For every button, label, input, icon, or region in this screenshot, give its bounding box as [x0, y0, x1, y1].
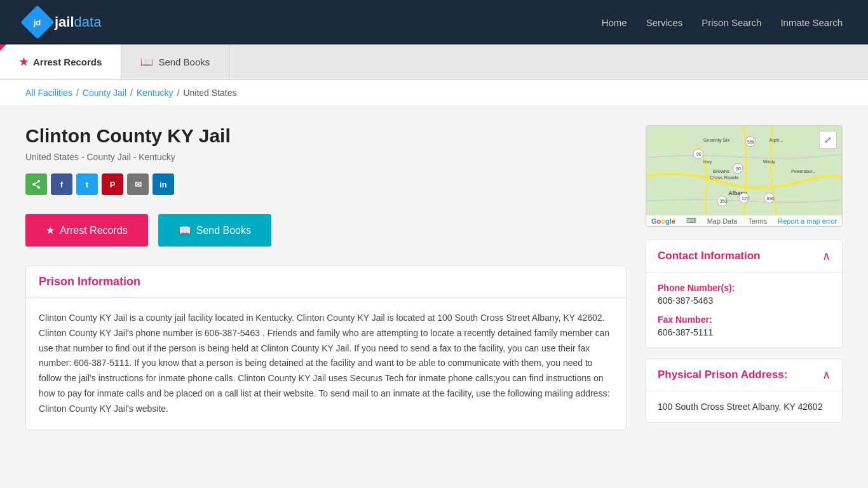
- left-content: Clinton County KY Jail United States - C…: [25, 125, 627, 430]
- breadcrumb-sep-3: /: [177, 88, 180, 98]
- address-card-header: Physical Prison Address: ∧: [646, 359, 842, 391]
- star-icon: ★: [19, 56, 28, 68]
- phone-value: 606-387-5463: [658, 295, 831, 306]
- contact-card-header: Contact Information ∧: [646, 240, 842, 273]
- nav-prison-search[interactable]: Prison Search: [702, 17, 761, 28]
- svg-text:696: 696: [767, 196, 775, 201]
- prison-info-header: Prison Information: [26, 266, 626, 298]
- contact-info-title: Contact Information: [658, 250, 761, 262]
- arrest-star-icon: ★: [46, 224, 55, 236]
- svg-line-4: [34, 185, 38, 187]
- arrest-records-button-label: Arrest Records: [60, 225, 128, 236]
- prison-info-body: Clinton County KY Jail is a county jail …: [26, 298, 626, 430]
- svg-text:127: 127: [742, 196, 749, 201]
- svg-text:350: 350: [719, 199, 727, 203]
- fax-value: 606-387-5111: [658, 327, 831, 337]
- breadcrumb-us: United States: [183, 88, 236, 98]
- page-title: Clinton County KY Jail: [25, 125, 627, 147]
- svg-line-3: [34, 182, 38, 184]
- address-title: Physical Prison Address:: [658, 369, 787, 381]
- send-books-button-label: Send Books: [196, 225, 251, 236]
- map-expand-button[interactable]: ⤢: [819, 131, 837, 149]
- svg-text:Hwy: Hwy: [703, 159, 712, 165]
- svg-text:Windy: Windy: [763, 159, 776, 165]
- breadcrumb: All Facilities / County Jail / Kentucky …: [25, 88, 843, 98]
- tab-send-books-label: Send Books: [158, 57, 210, 67]
- pinterest-icon[interactable]: P: [102, 173, 123, 195]
- address-chevron-icon[interactable]: ∧: [822, 368, 831, 382]
- contact-card-body: Phone Number(s): 606-387-5463 Fax Number…: [646, 273, 842, 348]
- facebook-icon[interactable]: f: [51, 173, 72, 195]
- social-share-row: f t P ✉ in: [25, 173, 627, 195]
- send-books-book-icon: 📖: [179, 224, 191, 236]
- expand-icon: ⤢: [824, 135, 832, 145]
- tab-send-books[interactable]: 📖 Send Books: [121, 44, 229, 79]
- prison-info-title: Prison Information: [39, 275, 140, 288]
- map-footer: Google ⌨ Map Data Terms Report a map err…: [646, 215, 842, 226]
- action-buttons-row: ★ Arrest Records 📖 Send Books: [25, 214, 627, 247]
- address-value: 100 South Cross Street Albany, KY 42602: [658, 402, 831, 412]
- map-report-label[interactable]: Report a map error: [778, 217, 837, 225]
- svg-text:Alph...: Alph...: [770, 137, 783, 143]
- fax-label: Fax Number:: [658, 315, 831, 325]
- logo-icon: jd: [20, 5, 55, 39]
- breadcrumb-sep-1: /: [76, 88, 79, 98]
- map-image: Seventy Six Alph... Windy Browns Cross R…: [646, 126, 842, 226]
- book-icon: 📖: [140, 56, 153, 68]
- svg-text:90: 90: [696, 152, 702, 156]
- svg-text:Cross Roads: Cross Roads: [710, 175, 739, 180]
- map-container[interactable]: Seventy Six Alph... Windy Browns Cross R…: [646, 125, 843, 227]
- map-data-label: Map Data: [707, 217, 738, 225]
- svg-text:Seventy Six: Seventy Six: [703, 137, 730, 143]
- contact-chevron-icon[interactable]: ∧: [822, 249, 831, 263]
- breadcrumb-bar: All Facilities / County Jail / Kentucky …: [0, 80, 868, 106]
- svg-text:558: 558: [747, 140, 755, 144]
- svg-text:Powersbur...: Powersbur...: [791, 169, 815, 173]
- address-card-body: 100 South Cross Street Albany, KY 42602: [646, 391, 842, 422]
- contact-info-card: Contact Information ∧ Phone Number(s): 6…: [646, 240, 843, 348]
- map-terms-label: Terms: [748, 217, 767, 225]
- right-sidebar: Seventy Six Alph... Windy Browns Cross R…: [646, 125, 843, 430]
- address-card: Physical Prison Address: ∧ 100 South Cro…: [646, 358, 843, 423]
- arrest-records-button[interactable]: ★ Arrest Records: [25, 214, 148, 247]
- main-nav: Home Services Prison Search Inmate Searc…: [602, 17, 843, 28]
- logo-area: jd jaildata: [25, 10, 101, 34]
- share-icon[interactable]: [25, 173, 47, 195]
- svg-text:90: 90: [736, 166, 741, 171]
- breadcrumb-all-facilities[interactable]: All Facilities: [25, 88, 72, 98]
- twitter-icon[interactable]: t: [76, 173, 98, 195]
- nav-inmate-search[interactable]: Inmate Search: [780, 17, 843, 28]
- subnav-bar: ★ Arrest Records 📖 Send Books: [0, 44, 868, 80]
- breadcrumb-county-jail[interactable]: County Jail: [83, 88, 126, 98]
- nav-home[interactable]: Home: [602, 17, 627, 28]
- tab-arrest-records[interactable]: ★ Arrest Records: [0, 44, 121, 79]
- tab-arrest-records-label: Arrest Records: [33, 57, 102, 67]
- map-keyboard-icon: ⌨: [686, 217, 696, 225]
- breadcrumb-kentucky[interactable]: Kentucky: [137, 88, 173, 98]
- google-logo: Google: [651, 217, 675, 225]
- page-subtitle: United States - County Jail - Kentucky: [25, 152, 627, 162]
- svg-text:Browns: Browns: [713, 168, 729, 174]
- prison-info-section: Prison Information Clinton County KY Jai…: [25, 266, 627, 430]
- nav-services[interactable]: Services: [646, 17, 683, 28]
- header: jd jaildata Home Services Prison Search …: [0, 0, 868, 44]
- logo-text: jaildata: [55, 14, 101, 30]
- linkedin-icon[interactable]: in: [153, 173, 174, 195]
- main-container: Clinton County KY Jail United States - C…: [0, 106, 868, 449]
- send-books-button[interactable]: 📖 Send Books: [158, 214, 271, 247]
- breadcrumb-sep-2: /: [130, 88, 133, 98]
- email-icon[interactable]: ✉: [127, 173, 149, 195]
- phone-label: Phone Number(s):: [658, 283, 831, 293]
